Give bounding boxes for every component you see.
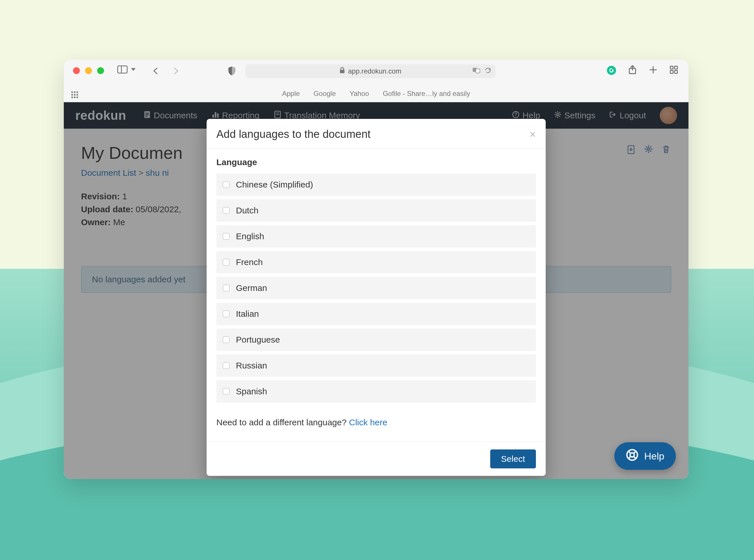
language-checkbox[interactable] (223, 362, 230, 369)
language-name: Russian (236, 361, 267, 371)
language-checkbox[interactable] (223, 207, 230, 214)
lock-icon (340, 67, 345, 76)
bookmark-yahoo[interactable]: Yahoo (350, 89, 369, 98)
language-list: Chinese (Simplified)DutchEnglishFrenchGe… (216, 174, 536, 403)
language-option[interactable]: Spanish (216, 380, 536, 403)
traffic-lights (73, 67, 104, 74)
bookmark-gofile[interactable]: Gofile - Share…ly and easily (383, 89, 470, 98)
privacy-shield-button[interactable] (228, 66, 236, 77)
language-name: French (236, 257, 263, 267)
modal-note-link[interactable]: Click here (349, 418, 387, 427)
browser-forward-button[interactable] (172, 66, 180, 77)
help-widget[interactable]: Help (614, 442, 676, 470)
new-tab-icon[interactable] (649, 65, 657, 75)
help-widget-label: Help (644, 451, 664, 462)
window-fullscreen-button[interactable] (97, 67, 104, 74)
browser-window: app.redokun.com (64, 60, 689, 479)
grammarly-extension-icon[interactable] (607, 66, 616, 75)
window-minimize-button[interactable] (85, 67, 92, 74)
select-button[interactable]: Select (490, 449, 536, 468)
bookmark-google[interactable]: Google (313, 89, 336, 98)
language-name: English (236, 232, 264, 241)
svg-rect-6 (670, 71, 673, 74)
language-name: Spanish (236, 386, 267, 396)
language-name: Dutch (236, 206, 258, 215)
language-checkbox[interactable] (223, 233, 230, 240)
language-section-label: Language (216, 157, 536, 167)
language-option[interactable]: German (216, 277, 536, 299)
svg-rect-4 (670, 66, 673, 69)
language-name: German (236, 283, 267, 293)
address-bar[interactable]: app.redokun.com (245, 64, 496, 78)
modal-close-button[interactable]: × (529, 129, 536, 140)
language-option[interactable]: Dutch (216, 199, 536, 222)
svg-line-29 (629, 457, 631, 459)
language-checkbox[interactable] (223, 181, 230, 188)
language-option[interactable]: Russian (216, 354, 536, 377)
svg-line-27 (629, 451, 631, 453)
browser-back-button[interactable] (152, 66, 159, 77)
chevron-down-icon (131, 68, 136, 71)
lifebuoy-icon (626, 448, 638, 463)
address-text: app.redokun.com (348, 67, 401, 75)
bookmark-apple[interactable]: Apple (282, 89, 300, 98)
translate-icon[interactable] (472, 67, 480, 76)
window-close-button[interactable] (73, 67, 80, 74)
svg-rect-0 (340, 70, 345, 73)
modal-title: Add languages to the document (216, 128, 371, 140)
sidebar-icon (117, 65, 128, 74)
svg-rect-7 (675, 71, 678, 74)
add-languages-modal: Add languages to the document × Language… (207, 119, 546, 476)
svg-point-26 (630, 453, 635, 457)
svg-rect-2 (476, 69, 480, 73)
language-checkbox[interactable] (223, 285, 230, 292)
svg-rect-5 (675, 66, 678, 69)
language-checkbox[interactable] (223, 311, 230, 317)
language-checkbox[interactable] (223, 388, 230, 395)
language-option[interactable]: French (216, 251, 536, 274)
share-icon[interactable] (628, 65, 637, 76)
browser-chrome: app.redokun.com (64, 60, 689, 102)
svg-line-30 (634, 457, 636, 459)
language-checkbox[interactable] (223, 259, 230, 266)
language-name: Portuguese (236, 335, 280, 345)
language-option[interactable]: Portuguese (216, 328, 536, 351)
modal-note-text: Need to add a different language? (216, 418, 349, 427)
language-option[interactable]: Italian (216, 303, 536, 325)
svg-line-28 (634, 451, 636, 453)
language-option[interactable]: English (216, 225, 536, 247)
sidebar-toggle[interactable] (117, 65, 136, 74)
bookmark-bar: Apple Google Yahoo Gofile - Share…ly and… (64, 89, 689, 98)
language-checkbox[interactable] (223, 336, 230, 343)
language-name: Chinese (Simplified) (236, 180, 313, 189)
reload-icon[interactable] (484, 67, 491, 76)
language-option[interactable]: Chinese (Simplified) (216, 174, 536, 196)
tab-overview-icon[interactable] (670, 65, 678, 75)
language-name: Italian (236, 309, 259, 319)
